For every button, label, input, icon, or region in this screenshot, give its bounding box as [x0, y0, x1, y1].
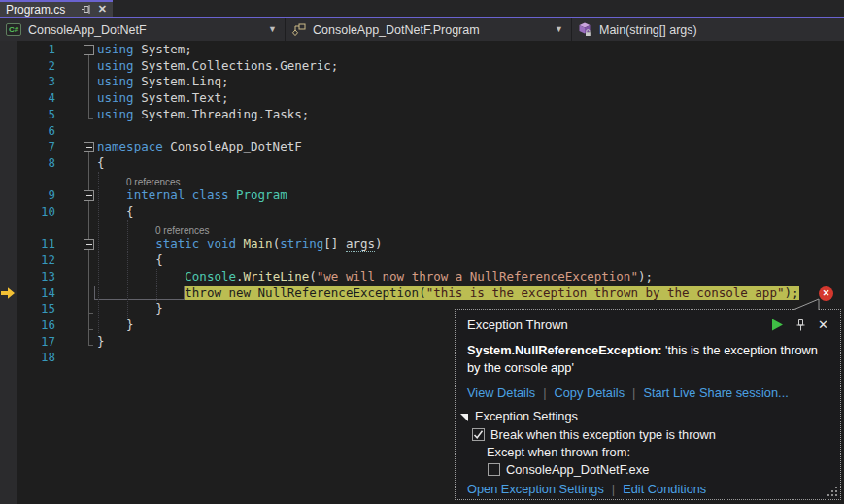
line-number: 12 — [0, 252, 55, 269]
line-number: 9 — [0, 187, 55, 204]
exception-settings-section: Exception Settings Break when this excep… — [459, 409, 828, 496]
line-number: 10 — [0, 204, 55, 220]
link-separator: | — [632, 386, 635, 400]
link-copy-details[interactable]: Copy Details — [555, 386, 625, 400]
tab-program-cs[interactable]: Program.cs ✕ — [0, 0, 113, 17]
project-dropdown-label: ConsoleApp_DotNetF — [28, 23, 147, 37]
code-line-8[interactable]: 8{ — [0, 155, 844, 172]
expander-expanded-icon[interactable] — [459, 412, 469, 421]
fold-guide-tick — [88, 118, 93, 119]
chevron-down-icon: ▼ — [268, 24, 277, 34]
line-number: 16 — [0, 318, 55, 334]
code-line-4[interactable]: 4using System.Text; — [0, 90, 844, 107]
pin-icon[interactable] — [81, 4, 91, 15]
close-icon[interactable]: ✕ — [98, 4, 107, 15]
fold-toggle-icon[interactable] — [84, 45, 94, 55]
code-navigation-bar: C# ConsoleApp_DotNetF ▼ ConsoleApp_DotNe… — [0, 18, 844, 41]
project-dropdown[interactable]: C# ConsoleApp_DotNetF ▼ — [0, 18, 286, 41]
code-line-6[interactable]: 6 — [0, 123, 844, 140]
continue-play-icon[interactable] — [771, 319, 784, 331]
link-separator: | — [612, 482, 615, 496]
popup-settings-links: Open Exception Settings|Edit Conditions — [467, 482, 828, 496]
line-number: 4 — [0, 90, 55, 107]
code-line-10[interactable]: 10 { — [0, 204, 844, 220]
vs-debugger-window: { "colors": { "accent_purple": "#6A63D0"… — [0, 0, 844, 504]
except-when-thrown-label: Except when thrown from: — [487, 445, 828, 459]
line-number: 17 — [0, 334, 55, 351]
indent-guide — [127, 220, 128, 318]
link-edit-conditions[interactable]: Edit Conditions — [623, 482, 706, 496]
tab-title: Program.cs — [6, 3, 74, 17]
code-line-7[interactable]: 7namespace ConsoleApp_DotNetF — [0, 139, 844, 155]
break-checkbox-label: Break when this exception type is thrown — [490, 427, 716, 442]
exception-helper-popup: Exception Thrown ✕ System.NullReferenceE… — [455, 309, 841, 500]
fold-guide-tick — [88, 313, 93, 314]
class-dropdown[interactable]: ConsoleApp_DotNetF.Program ▼ — [286, 18, 572, 41]
popup-callout-pointer — [774, 295, 832, 311]
link-view-details[interactable]: View Details — [467, 386, 535, 400]
class-dropdown-label: ConsoleApp_DotNetF.Program — [313, 23, 480, 37]
code-line-1[interactable]: 1using System; — [0, 42, 844, 58]
line-number: 2 — [0, 58, 55, 75]
chevron-down-icon: ▼ — [555, 24, 563, 34]
exception-message: System.NullReferenceException: 'this is … — [467, 342, 830, 376]
exception-settings-header: Exception Settings — [475, 409, 578, 423]
pin-icon[interactable] — [795, 319, 806, 332]
member-dropdown-label: Main(string[] args) — [599, 23, 697, 37]
line-number: 5 — [0, 107, 55, 123]
popup-title: Exception Thrown — [467, 318, 771, 332]
code-line-2[interactable]: 2using System.Collections.Generic; — [0, 58, 844, 75]
line-number: 15 — [0, 301, 55, 318]
link-separator: | — [543, 386, 546, 400]
checkmark-icon — [473, 429, 484, 440]
link-start-live-share-session[interactable]: Start Live Share session... — [643, 386, 788, 400]
class-icon — [291, 23, 306, 37]
line-number: 7 — [0, 139, 55, 155]
code-line-9[interactable]: 9 internal class Program — [0, 187, 844, 204]
exception-line-highlight: throw new NullReferenceException("this i… — [185, 286, 798, 300]
indent-guide — [98, 172, 99, 333]
csharp-project-icon: C# — [6, 23, 21, 36]
line-number: 18 — [0, 350, 55, 366]
module-checkbox-label: ConsoleApp_DotNetF.exe — [506, 462, 649, 477]
exception-type: System.NullReferenceException: — [467, 343, 662, 357]
line-number: 6 — [0, 123, 55, 140]
resize-grip[interactable] — [827, 487, 838, 497]
tab-bar: Program.cs ✕ — [0, 0, 844, 18]
line-number: 13 — [0, 269, 55, 286]
line-number: 8 — [0, 155, 55, 172]
fold-toggle-icon[interactable] — [84, 142, 94, 152]
fold-toggle-icon[interactable] — [84, 190, 94, 201]
fold-guide-tick — [88, 329, 93, 330]
codelens-row: 0 references — [0, 172, 844, 188]
line-number: 3 — [0, 74, 55, 90]
break-checkbox[interactable] — [472, 428, 485, 441]
popup-action-links: View Details|Copy Details|Start Live Sha… — [467, 386, 828, 400]
fold-guide-tick — [88, 345, 93, 346]
fold-guide-line — [88, 55, 89, 118]
indent-guide — [156, 269, 157, 301]
module-checkbox[interactable] — [488, 463, 500, 476]
close-icon[interactable]: ✕ — [818, 319, 828, 331]
private-method-icon — [578, 22, 592, 37]
member-dropdown[interactable]: Main(string[] args) — [572, 18, 844, 41]
code-line-5[interactable]: 5using System.Threading.Tasks; — [0, 107, 844, 123]
line-number: 11 — [0, 236, 55, 252]
code-line-3[interactable]: 3using System.Linq; — [0, 74, 844, 90]
link-open-exception-settings[interactable]: Open Exception Settings — [467, 482, 604, 496]
line-number: 1 — [0, 42, 55, 58]
fold-toggle-icon[interactable] — [84, 239, 94, 250]
popup-header: Exception Thrown ✕ — [467, 318, 828, 332]
